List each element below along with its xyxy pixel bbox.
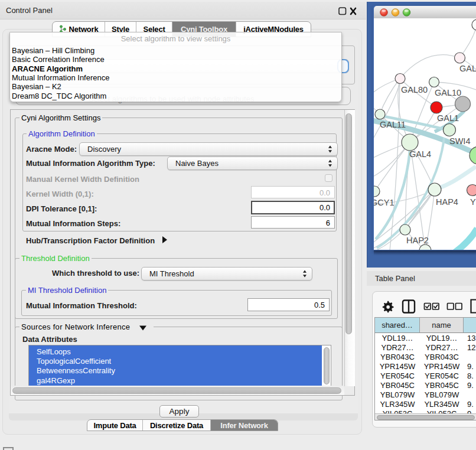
svg-text:GAL11: GAL11 <box>380 120 406 129</box>
svg-text:HAP2: HAP2 <box>406 236 429 245</box>
svg-text:GCY1: GCY1 <box>374 198 395 207</box>
svg-text:YL: YL <box>470 197 476 207</box>
svg-text:GAL7: GAL7 <box>459 64 476 73</box>
svg-text:SWI4: SWI4 <box>449 136 470 146</box>
svg-text:GAL10: GAL10 <box>435 88 461 97</box>
svg-text:GAL1: GAL1 <box>437 113 459 123</box>
svg-text:HAP4: HAP4 <box>436 197 458 207</box>
svg-text:GAL4: GAL4 <box>409 149 431 159</box>
svg-text:GAL80: GAL80 <box>401 85 428 94</box>
